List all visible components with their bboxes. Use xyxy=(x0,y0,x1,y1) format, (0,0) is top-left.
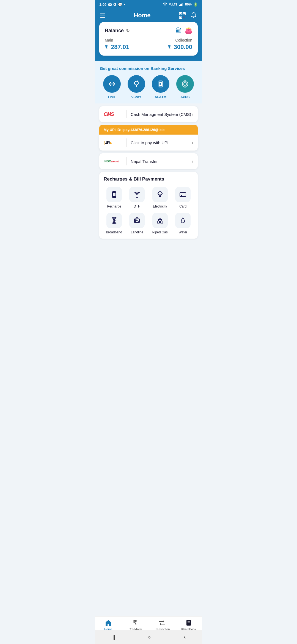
svg-point-10 xyxy=(183,17,185,18)
dot-icon: • xyxy=(124,2,125,7)
bank-icon[interactable]: 🏛 xyxy=(175,27,182,34)
collection-amount-value: 300.00 xyxy=(174,43,192,51)
dmt-label: DMT xyxy=(108,95,116,99)
volte-icon: VoLTE xyxy=(169,3,177,6)
vpay-icon-bg xyxy=(128,75,145,93)
recharge-card[interactable]: Card xyxy=(173,187,194,208)
water-icon-bg xyxy=(175,213,191,228)
cms-divider xyxy=(127,110,127,118)
svg-rect-3 xyxy=(182,3,183,6)
landline-icon-bg xyxy=(129,213,145,228)
photo-icon: 🖼 xyxy=(108,2,112,7)
banner-title: Get great commission on Banking Services xyxy=(100,66,197,71)
svg-rect-44 xyxy=(180,193,186,197)
recharge-dth[interactable]: DTH xyxy=(127,187,148,208)
header-title: Home xyxy=(134,12,150,19)
upi-id-banner: My UPI ID: ipay.133876.288126@icici xyxy=(99,125,198,135)
refresh-icon[interactable]: ↻ xyxy=(126,28,130,33)
recharge-landline[interactable]: Landline xyxy=(127,213,148,234)
aeps-label: AePS xyxy=(180,95,190,99)
svg-rect-54 xyxy=(157,221,160,223)
battery-icon: 🔋 xyxy=(193,2,198,7)
pipedgas-icon-bg xyxy=(152,213,168,228)
svg-line-40 xyxy=(162,192,162,192)
matm-label: M-ATM xyxy=(155,95,166,99)
dmt-icon-bg xyxy=(103,75,121,93)
nepal-divider xyxy=(127,157,127,165)
main-amount-value: 287.01 xyxy=(111,43,129,51)
cms-logo: CMS xyxy=(104,111,119,117)
signal-icon xyxy=(179,2,183,6)
dth-icon-bg xyxy=(129,187,145,202)
svg-point-48 xyxy=(114,220,114,221)
service-icons-row: DMT V-PAY M-AT xyxy=(100,75,197,99)
status-left: 1:09 🖼 G 💬 • xyxy=(99,2,125,7)
svg-text:₹: ₹ xyxy=(168,45,171,50)
banking-banner: Get great commission on Banking Services… xyxy=(95,61,202,103)
upi-chevron: › xyxy=(192,140,193,146)
recharge-broadband[interactable]: Broadband xyxy=(104,213,125,234)
header-action-icons xyxy=(178,12,197,19)
card-icon-bg xyxy=(175,187,191,202)
aeps-service[interactable]: AePS xyxy=(176,75,194,99)
qr-icon[interactable] xyxy=(178,12,186,19)
svg-rect-24 xyxy=(160,83,161,85)
svg-rect-2 xyxy=(181,4,182,6)
pipedgas-label: Piped Gas xyxy=(152,230,168,234)
svg-line-39 xyxy=(158,192,158,192)
battery-text: 86% xyxy=(185,2,192,6)
electricity-label: Electricity xyxy=(153,204,167,208)
cms-text: Cash Managment System (CMS) xyxy=(131,112,192,117)
water-label: Water xyxy=(178,230,187,234)
nepal-list-item[interactable]: INDOnepal Nepal Transfer › xyxy=(99,153,198,169)
status-bar: 1:09 🖼 G 💬 • VoLTE 86% 🔋 xyxy=(95,0,202,9)
broadband-label: Broadband xyxy=(106,230,122,234)
time: 1:09 xyxy=(99,2,106,7)
recharge-water[interactable]: Water xyxy=(173,213,194,234)
menu-icon[interactable]: ☰ xyxy=(100,12,106,19)
bell-icon[interactable] xyxy=(190,12,197,19)
vpay-service[interactable]: V-PAY xyxy=(128,75,145,99)
chat-icon: 💬 xyxy=(118,2,122,7)
upi-logo: |UPI▶ xyxy=(104,140,119,145)
dmt-service[interactable]: DMT xyxy=(103,75,121,99)
balance-title: Balance ↻ xyxy=(105,28,130,34)
cms-chevron: › xyxy=(192,111,193,117)
cms-list-item[interactable]: CMS Cash Managment System (CMS) › xyxy=(99,106,198,122)
dth-label: DTH xyxy=(134,204,141,208)
cms-card: CMS Cash Managment System (CMS) › xyxy=(99,106,198,122)
svg-line-36 xyxy=(139,192,140,193)
status-right: VoLTE 86% 🔋 xyxy=(163,2,198,7)
wifi-icon xyxy=(163,2,167,6)
main-balance: Main ₹ 287.01 xyxy=(105,38,129,51)
svg-text:₹: ₹ xyxy=(105,45,108,50)
recharges-title: Recharges & Bill Payments xyxy=(104,176,193,182)
upi-list-item[interactable]: |UPI▶ Click to pay with UPI › xyxy=(99,135,198,151)
recharge-grid: Recharge DTH xyxy=(104,187,193,234)
landline-label: Landline xyxy=(131,230,143,234)
recharges-section: Recharges & Bill Payments Recharge xyxy=(99,172,198,239)
recharge-label: Recharge xyxy=(107,204,121,208)
vpay-label: V-PAY xyxy=(131,95,141,99)
svg-rect-9 xyxy=(180,17,181,18)
svg-rect-8 xyxy=(183,13,185,14)
svg-point-31 xyxy=(114,197,114,198)
balance-card: Balance ↻ 🏛 👛 Main ₹ 287.01 Collection xyxy=(99,22,198,56)
nepal-text: Nepal Transfer xyxy=(131,159,192,164)
recharge-electricity[interactable]: Electricity xyxy=(150,187,170,208)
balance-icons: 🏛 👛 xyxy=(175,27,192,34)
recharge-mobile[interactable]: Recharge xyxy=(104,187,125,208)
svg-rect-1 xyxy=(180,4,181,6)
svg-rect-55 xyxy=(161,221,163,223)
matm-service[interactable]: M-ATM xyxy=(152,75,169,99)
wallet-icon[interactable]: 👛 xyxy=(185,27,192,34)
nepal-card: INDOnepal Nepal Transfer › xyxy=(99,153,198,169)
mobile-icon-bg xyxy=(106,187,122,202)
recharge-piped-gas[interactable]: Piped Gas xyxy=(150,213,170,234)
aeps-icon-bg xyxy=(176,75,194,93)
broadband-icon-bg xyxy=(106,213,122,228)
upi-card: |UPI▶ Click to pay with UPI › xyxy=(99,135,198,151)
nepal-chevron: › xyxy=(192,159,193,164)
svg-point-34 xyxy=(136,194,138,195)
collection-currency: ₹ xyxy=(168,44,173,50)
